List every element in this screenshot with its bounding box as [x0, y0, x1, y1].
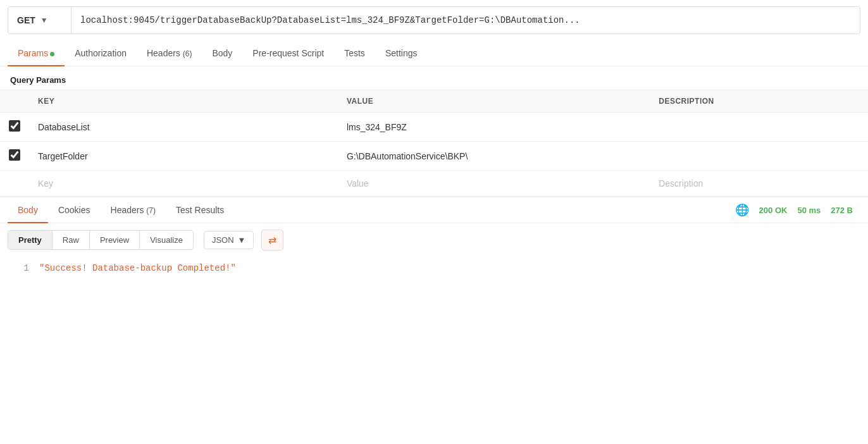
col-value-header: VALUE [338, 90, 650, 113]
tab-prerequest[interactable]: Pre-request Script [242, 40, 334, 66]
headers-badge: (6) [183, 49, 192, 58]
col-key-header: KEY [29, 90, 338, 113]
row2-checkbox-cell [0, 142, 29, 171]
type-selector-label: JSON [212, 235, 234, 245]
empty-desc[interactable]: Description [650, 171, 868, 197]
type-selector[interactable]: JSON ▼ [204, 231, 254, 249]
row1-checkbox-cell [0, 113, 29, 142]
preview-button[interactable]: Preview [90, 231, 140, 249]
response-headers-badge: (7) [146, 206, 156, 215]
empty-checkbox-cell [0, 171, 29, 197]
tab-response-body[interactable]: Body [8, 197, 48, 223]
tab-settings[interactable]: Settings [375, 40, 428, 66]
code-area: 1"Success! Database-backup Completed!" [0, 257, 868, 280]
table-row-empty: Key Value Description [0, 171, 868, 197]
line-number: 1 [10, 263, 29, 273]
empty-value[interactable]: Value [338, 171, 650, 197]
tab-tests[interactable]: Tests [334, 40, 375, 66]
method-selector[interactable]: GET ▼ [8, 7, 71, 34]
format-bar: Pretty Raw Preview Visualize JSON ▼ ⇄ [0, 223, 868, 257]
url-bar: GET ▼ [8, 6, 860, 34]
url-input[interactable] [71, 15, 860, 25]
query-params-header: Query Params [0, 66, 868, 90]
tab-headers[interactable]: Headers (6) [137, 40, 202, 66]
chevron-down-icon: ▼ [40, 16, 48, 25]
row1-key[interactable]: DatabaseList [29, 113, 338, 142]
pretty-button[interactable]: Pretty [8, 231, 53, 249]
row2-key[interactable]: TargetFolder [29, 142, 338, 171]
tab-test-results[interactable]: Test Results [166, 197, 234, 223]
tab-cookies[interactable]: Cookies [48, 197, 101, 223]
row2-checkbox[interactable] [9, 149, 20, 161]
row2-desc[interactable] [650, 142, 868, 171]
row1-desc[interactable] [650, 113, 868, 142]
response-size: 272 B [831, 206, 853, 215]
row1-checkbox[interactable] [9, 120, 20, 132]
row2-value[interactable]: G:\DBAutomationService\BKP\ [338, 142, 650, 171]
table-row: DatabaseList lms_324_BF9Z [0, 113, 868, 142]
tab-authorization[interactable]: Authorization [65, 40, 137, 66]
chevron-down-icon: ▼ [238, 235, 246, 245]
response-content: "Success! Database-backup Completed!" [39, 263, 236, 273]
wrap-button[interactable]: ⇄ [261, 230, 283, 250]
row1-value[interactable]: lms_324_BF9Z [338, 113, 650, 142]
tab-response-headers[interactable]: Headers (7) [101, 197, 166, 223]
col-checkbox-header [0, 90, 29, 113]
status-code: 200 OK [759, 206, 788, 215]
response-tabs-row: Body Cookies Headers (7) Test Results 🌐 … [0, 197, 868, 223]
response-status: 🌐 200 OK 50 ms 272 B [728, 203, 860, 217]
empty-key[interactable]: Key [29, 171, 338, 197]
table-row: TargetFolder G:\DBAutomationService\BKP\ [0, 142, 868, 171]
tab-params[interactable]: Params [8, 40, 65, 66]
request-tabs: Params Authorization Headers (6) Body Pr… [0, 40, 868, 66]
response-time: 50 ms [797, 206, 821, 215]
format-button-group: Pretty Raw Preview Visualize [8, 230, 194, 250]
params-dot [50, 52, 54, 56]
visualize-button[interactable]: Visualize [140, 231, 193, 249]
response-tabs: Body Cookies Headers (7) Test Results [8, 197, 728, 223]
http-method: GET [17, 15, 35, 25]
tab-body[interactable]: Body [202, 40, 242, 66]
col-desc-header: DESCRIPTION [650, 90, 868, 113]
globe-icon: 🌐 [735, 203, 749, 217]
raw-button[interactable]: Raw [53, 231, 90, 249]
params-table: KEY VALUE DESCRIPTION DatabaseList lms_3… [0, 90, 868, 197]
